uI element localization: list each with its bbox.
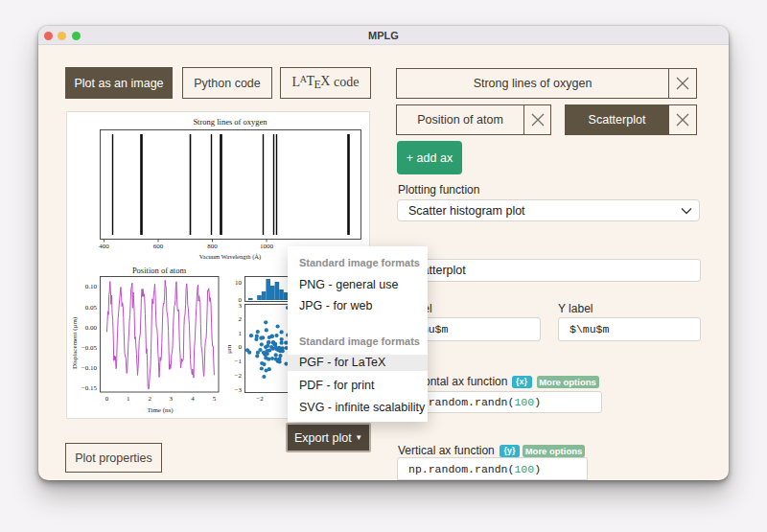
svg-text:0.10: 0.10: [85, 283, 98, 290]
svg-text:5: 5: [213, 395, 217, 403]
svg-text:−0.15: −0.15: [81, 384, 98, 392]
svg-text:2: 2: [148, 395, 151, 403]
svg-text:0: 0: [105, 395, 109, 403]
svg-text:−3: −3: [235, 386, 243, 394]
svg-text:3: 3: [239, 302, 243, 310]
svg-text:µm: µm: [225, 344, 233, 354]
svg-text:1000: 1000: [260, 243, 274, 250]
svg-text:800: 800: [207, 243, 218, 250]
svg-text:0: 0: [239, 343, 243, 351]
svg-text:−2: −2: [235, 372, 243, 380]
svg-text:−2: −2: [256, 395, 264, 403]
svg-text:0.05: 0.05: [85, 304, 98, 312]
svg-text:Time (ns): Time (ns): [147, 406, 174, 414]
svg-text:3: 3: [170, 395, 174, 403]
svg-text:0.00: 0.00: [85, 324, 98, 332]
svg-text:400: 400: [99, 243, 109, 250]
svg-text:−1: −1: [235, 358, 243, 365]
svg-text:Strong lines of oxygen: Strong lines of oxygen: [193, 117, 267, 127]
svg-text:Vacuum Wavelength (Å): Vacuum Wavelength (Å): [199, 253, 261, 261]
svg-text:4: 4: [191, 395, 195, 403]
svg-text:Position of atom: Position of atom: [132, 266, 187, 275]
svg-text:10: 10: [235, 279, 243, 287]
svg-text:1: 1: [239, 330, 243, 337]
svg-text:−0.05: −0.05: [81, 344, 98, 352]
svg-text:600: 600: [153, 243, 164, 250]
svg-text:−0.10: −0.10: [81, 364, 98, 372]
svg-text:1: 1: [127, 395, 130, 403]
svg-text:2: 2: [239, 315, 243, 323]
svg-text:Displacement (µm): Displacement (µm): [71, 316, 79, 369]
